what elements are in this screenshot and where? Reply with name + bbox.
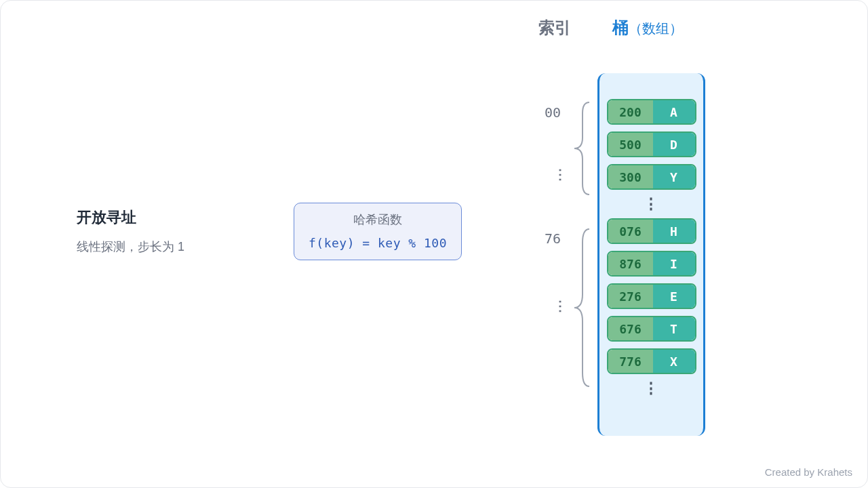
bucket-header-sub: （数组） — [629, 21, 683, 36]
entry-value: Y — [653, 165, 695, 188]
hash-function-label: 哈希函数 — [301, 211, 454, 228]
hash-entry: 276 E — [607, 283, 696, 309]
description-block: 开放寻址 线性探测，步长为 1 — [77, 207, 184, 255]
entry-value: I — [653, 252, 695, 275]
entry-value: T — [653, 317, 695, 340]
entry-key: 676 — [608, 317, 653, 340]
entry-key: 276 — [608, 285, 653, 308]
index-label-76: 76 — [545, 230, 561, 247]
hash-entry: 876 I — [607, 251, 696, 277]
vertical-dots-icon: ⋮ — [606, 195, 696, 213]
hash-entry: 676 T — [607, 316, 696, 342]
subtitle-linear-probe: 线性探测，步长为 1 — [77, 239, 184, 255]
hash-entry: 300 Y — [607, 164, 696, 190]
entry-value: H — [653, 220, 695, 243]
hash-entry: 200 A — [607, 99, 696, 125]
vertical-dots-icon: ⋮ — [553, 298, 567, 314]
brace-group-1 — [570, 101, 592, 196]
title-open-addressing: 开放寻址 — [77, 207, 184, 228]
column-header-bucket: 桶（数组） — [612, 17, 683, 39]
bucket-header-main: 桶 — [612, 18, 629, 37]
vertical-dots-icon: ⋮ — [553, 166, 567, 182]
hash-entry: 076 H — [607, 218, 696, 244]
entry-key: 876 — [608, 252, 653, 275]
hash-function-card: 哈希函数 f(key) = key % 100 — [294, 203, 462, 260]
entry-key: 300 — [608, 165, 653, 188]
entry-key: 200 — [608, 100, 653, 123]
entry-value: D — [653, 133, 695, 156]
entry-value: E — [653, 285, 695, 308]
credit-text: Created by Krahets — [765, 466, 852, 478]
hash-entry: 776 X — [607, 348, 696, 374]
entry-key: 076 — [608, 220, 653, 243]
index-label-00: 00 — [545, 104, 561, 121]
bucket-array: 200 A 500 D 300 Y ⋮ 076 H 876 I 276 E 67… — [597, 73, 705, 436]
brace-group-2 — [570, 228, 592, 388]
entry-key: 776 — [608, 350, 653, 373]
column-header-index: 索引 — [538, 17, 571, 39]
entry-value: X — [653, 350, 695, 373]
hash-function-formula: f(key) = key % 100 — [301, 236, 454, 250]
vertical-dots-icon: ⋮ — [606, 380, 696, 397]
hash-entry: 500 D — [607, 131, 696, 157]
entry-key: 500 — [608, 133, 653, 156]
entry-value: A — [653, 100, 695, 123]
